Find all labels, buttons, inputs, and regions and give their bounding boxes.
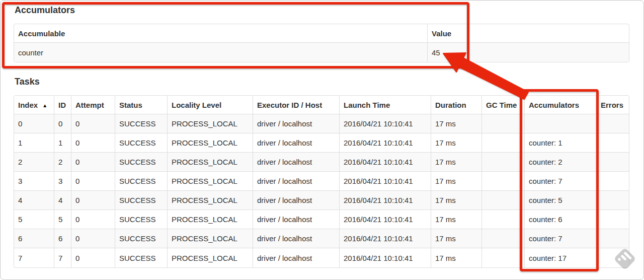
task-cell-duration: 17 ms (431, 133, 482, 153)
col-header-launch-time[interactable]: Launch Time (340, 96, 431, 114)
accumulable-row: counter 45 (14, 43, 629, 62)
task-cell-locality: PROCESS_LOCAL (168, 153, 253, 172)
task-cell-attempt: 0 (71, 133, 115, 153)
task-cell-launch-time: 2016/04/21 10:10:41 (340, 172, 431, 191)
task-cell-executor: driver / localhost (253, 114, 340, 133)
task-cell-accumulators: counter: 5 (525, 191, 597, 210)
task-row: 4 4 0 SUCCESS PROCESS_LOCAL driver / loc… (14, 191, 629, 210)
task-cell-duration: 17 ms (431, 210, 482, 229)
task-cell-index: 7 (14, 248, 54, 267)
task-cell-id: 3 (54, 172, 71, 191)
task-cell-executor: driver / localhost (253, 248, 340, 267)
task-row: 3 3 0 SUCCESS PROCESS_LOCAL driver / loc… (14, 172, 629, 191)
task-cell-locality: PROCESS_LOCAL (168, 248, 253, 267)
task-cell-errors (597, 153, 629, 172)
sort-ascending-icon: ▲ (42, 103, 47, 108)
col-header-accumulable: Accumulable (14, 24, 428, 43)
task-cell-attempt: 0 (71, 172, 115, 191)
col-header-errors[interactable]: Errors (597, 96, 629, 114)
task-cell-accumulators: counter: 1 (525, 133, 597, 153)
task-cell-status: SUCCESS (115, 133, 168, 153)
task-cell-id: 6 (54, 229, 71, 248)
task-cell-errors (597, 229, 629, 248)
accumulators-section-heading: Accumulators (15, 4, 75, 16)
task-cell-gc-time (482, 210, 525, 229)
task-cell-index: 0 (14, 114, 54, 133)
spark-stage-detail-page: Accumulators Accumulable Value counter 4… (0, 0, 644, 280)
col-header-accumulators[interactable]: Accumulators (525, 96, 597, 114)
task-cell-errors (597, 248, 629, 267)
col-header-id[interactable]: ID (54, 96, 71, 114)
task-cell-accumulators: counter: 17 (525, 248, 597, 267)
task-cell-status: SUCCESS (115, 153, 168, 172)
col-header-duration[interactable]: Duration (431, 96, 482, 114)
task-cell-launch-time: 2016/04/21 10:10:41 (340, 248, 431, 267)
cell-accumulable-name: counter (14, 43, 428, 62)
task-cell-id: 7 (54, 248, 71, 267)
task-cell-id: 1 (54, 133, 71, 153)
task-cell-duration: 17 ms (431, 172, 482, 191)
col-header-status[interactable]: Status (115, 96, 168, 114)
task-cell-index: 4 (14, 191, 54, 210)
task-cell-status: SUCCESS (115, 114, 168, 133)
task-cell-launch-time: 2016/04/21 10:10:41 (340, 191, 431, 210)
col-header-gc-time[interactable]: GC Time (482, 96, 525, 114)
task-cell-executor: driver / localhost (253, 229, 340, 248)
task-cell-gc-time (482, 133, 525, 153)
task-cell-status: SUCCESS (115, 248, 168, 267)
task-cell-accumulators: counter: 2 (525, 153, 597, 172)
task-cell-id: 0 (54, 114, 71, 133)
task-cell-index: 3 (14, 172, 54, 191)
task-cell-executor: driver / localhost (253, 210, 340, 229)
task-cell-launch-time: 2016/04/21 10:10:41 (340, 133, 431, 153)
cell-accumulable-value: 45 (428, 43, 629, 62)
task-cell-index: 6 (14, 229, 54, 248)
task-cell-gc-time (482, 153, 525, 172)
task-cell-status: SUCCESS (115, 210, 168, 229)
task-cell-index: 2 (14, 153, 54, 172)
task-cell-gc-time (482, 172, 525, 191)
tasks-section-heading: Tasks (15, 76, 40, 88)
task-row: 0 0 0 SUCCESS PROCESS_LOCAL driver / loc… (14, 114, 629, 133)
task-cell-attempt: 0 (71, 153, 115, 172)
task-cell-locality: PROCESS_LOCAL (168, 172, 253, 191)
task-cell-status: SUCCESS (115, 172, 168, 191)
task-cell-locality: PROCESS_LOCAL (168, 191, 253, 210)
task-cell-duration: 17 ms (431, 248, 482, 267)
col-header-value: Value (428, 24, 629, 43)
task-cell-duration: 17 ms (431, 229, 482, 248)
task-cell-executor: driver / localhost (253, 133, 340, 153)
task-row: 7 7 0 SUCCESS PROCESS_LOCAL driver / loc… (14, 248, 629, 267)
task-cell-accumulators: counter: 6 (525, 210, 597, 229)
col-header-executor-id-host[interactable]: Executor ID / Host (253, 96, 340, 114)
task-cell-gc-time (482, 229, 525, 248)
task-cell-duration: 17 ms (431, 191, 482, 210)
task-cell-executor: driver / localhost (253, 191, 340, 210)
task-cell-locality: PROCESS_LOCAL (168, 133, 253, 153)
task-row: 6 6 0 SUCCESS PROCESS_LOCAL driver / loc… (14, 229, 629, 248)
col-header-index-label: Index (18, 101, 38, 109)
task-cell-attempt: 0 (71, 229, 115, 248)
tasks-table: Index▲ ID Attempt Status Locality Level … (14, 95, 629, 268)
task-cell-attempt: 0 (71, 114, 115, 133)
col-header-attempt[interactable]: Attempt (71, 96, 115, 114)
task-row: 1 1 0 SUCCESS PROCESS_LOCAL driver / loc… (14, 133, 629, 153)
task-cell-executor: driver / localhost (253, 172, 340, 191)
task-cell-locality: PROCESS_LOCAL (168, 114, 253, 133)
accumulators-table: Accumulable Value counter 45 (14, 24, 629, 62)
task-cell-id: 2 (54, 153, 71, 172)
task-cell-errors (597, 210, 629, 229)
task-cell-accumulators: counter: 7 (525, 229, 597, 248)
task-cell-index: 1 (14, 133, 54, 153)
task-cell-errors (597, 133, 629, 153)
task-cell-gc-time (482, 248, 525, 267)
task-cell-id: 5 (54, 210, 71, 229)
task-cell-launch-time: 2016/04/21 10:10:41 (340, 210, 431, 229)
task-cell-executor: driver / localhost (253, 153, 340, 172)
task-cell-accumulators (525, 114, 597, 133)
task-cell-attempt: 0 (71, 191, 115, 210)
col-header-locality-level[interactable]: Locality Level (168, 96, 253, 114)
col-header-index[interactable]: Index▲ (14, 96, 54, 114)
task-cell-attempt: 0 (71, 248, 115, 267)
task-cell-attempt: 0 (71, 210, 115, 229)
